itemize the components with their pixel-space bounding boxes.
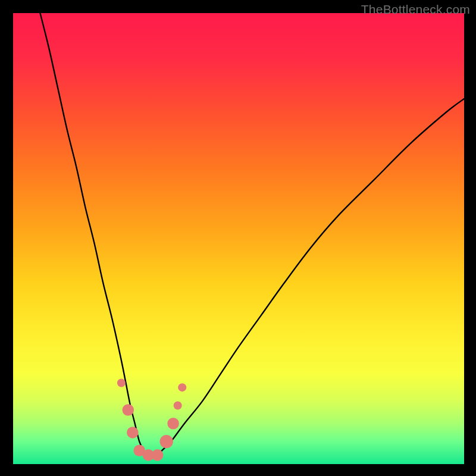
gradient-background	[13, 13, 464, 464]
marker-point	[122, 404, 134, 416]
chart-frame: TheBottleneck.com	[0, 0, 476, 476]
watermark-text: TheBottleneck.com	[361, 2, 470, 17]
marker-point	[167, 418, 179, 430]
plot-area	[13, 13, 464, 464]
chart-svg	[13, 13, 464, 464]
marker-point	[127, 427, 139, 439]
marker-point	[174, 401, 182, 409]
marker-point	[117, 379, 126, 387]
marker-point	[160, 435, 173, 448]
marker-point	[178, 383, 186, 392]
marker-point	[152, 449, 164, 461]
